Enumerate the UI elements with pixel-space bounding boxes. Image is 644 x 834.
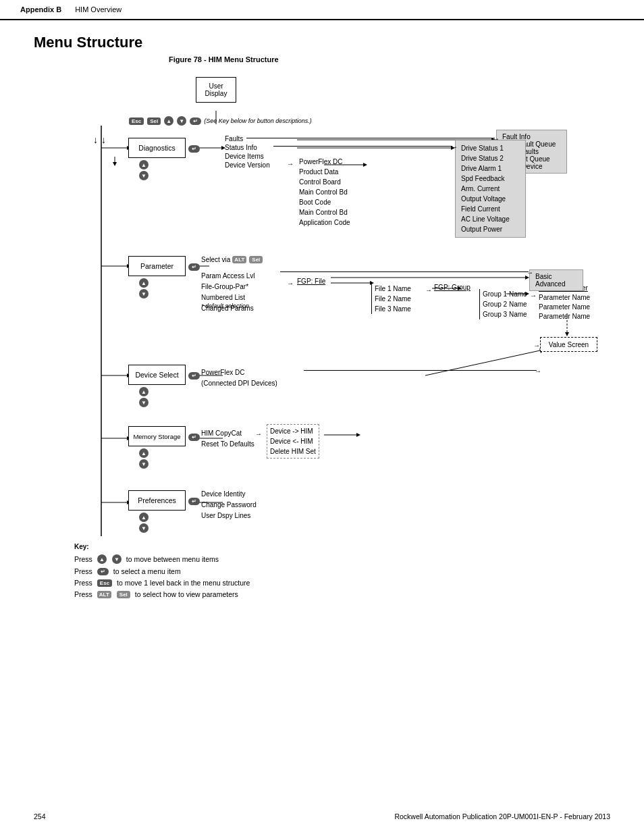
default-note: * default selection (201, 303, 249, 309)
powerflex-sub: PowerFlex DCProduct DataControl BoardMai… (299, 157, 350, 228)
fgp-file: FGP: File (297, 278, 325, 285)
faults-line (246, 138, 495, 138)
parameter-box: Parameter (128, 256, 186, 276)
key-press-2: Press (74, 567, 92, 575)
arrow-status: → (451, 143, 458, 151)
bracket-right: ↓ (101, 134, 106, 145)
diag-nav: ▲ ▼ (138, 160, 149, 180)
key-row-1: Press ▲ ▼ to move between menu items (74, 554, 250, 564)
page-header: Appendix B HIM Overview (0, 0, 644, 20)
key-row-3: Press Esc to move 1 level back in the me… (74, 579, 250, 587)
memstor-nav: ▲ ▼ (138, 448, 149, 469)
key-esc-btn[interactable]: Esc (97, 579, 112, 587)
key-text-2: to select a menu item (113, 567, 181, 575)
down-btn[interactable]: ▼ (177, 116, 186, 126)
key-press-1: Press (74, 555, 92, 563)
value-screen-box: Value Screen (540, 337, 597, 352)
select-via: Select via ALTSel (201, 256, 263, 263)
key-text-1: to move between menu items (126, 555, 219, 563)
bracket-left: ↓ (93, 134, 98, 145)
devsel-line (304, 370, 537, 371)
key-alt-btn[interactable]: ALT (97, 591, 111, 598)
arrow-himcat: → (255, 430, 262, 438)
key-title: Key: (74, 543, 250, 550)
arrow-basic: → (527, 269, 533, 276)
svg-marker-36 (356, 433, 360, 437)
faults-text: Faults (225, 135, 243, 142)
key-section: Key: Press ▲ ▼ to move between menu item… (74, 543, 250, 602)
arrow-fgp-param: → (530, 292, 537, 299)
diagnostics-box: Diagnostics (128, 138, 186, 158)
pref-nav: ▲ ▼ (138, 513, 149, 533)
arrow-fgp-group: → (425, 286, 432, 294)
svg-line-32 (425, 350, 540, 375)
page-number: 254 (34, 812, 46, 820)
esc-btn[interactable]: Esc (129, 118, 144, 125)
arrow-devsel: → (535, 367, 541, 375)
key-text-4: to select how to view parameters (135, 590, 238, 598)
appendix-label: Appendix B (20, 5, 61, 14)
up-btn[interactable]: ▲ (164, 116, 173, 126)
pref-sub: Device IdentityChange PasswordUser Dspy … (201, 489, 257, 521)
sel-btn[interactable]: Sel (147, 118, 161, 125)
arrow-value: → (533, 342, 540, 349)
key-sel-btn[interactable]: Sel (117, 591, 130, 598)
diagram: UserDisplay Esc Sel ▲ ▼ ↵ (See Key below… (34, 70, 614, 597)
content-area: Menu Structure Figure 78 - HIM Menu Stru… (0, 20, 644, 624)
key-press-4: Press (74, 590, 92, 598)
key-row-2: Press ↵ to select a menu item (74, 567, 250, 575)
page-footer: 254 Rockwell Automation Publication 20P-… (0, 812, 644, 820)
see-key-text: (See Key below for button descriptions.) (204, 118, 312, 124)
param-nav: ▲ ▼ (138, 278, 149, 298)
device-select-box: Device Select (128, 365, 186, 385)
param-enter: ↵ (188, 262, 200, 271)
memstor-sub: HIM CopyCatReset To Defaults (201, 428, 254, 450)
user-display-box: UserDisplay (196, 77, 236, 103)
arrow-fault: → (493, 135, 500, 142)
svg-marker-30 (565, 332, 569, 336)
memstor-enter: ↵ (188, 432, 200, 441)
status-line (273, 146, 452, 147)
status-info-text: Status Info (225, 144, 257, 151)
enter-btn[interactable]: ↵ (190, 118, 201, 125)
key-press-3: Press (74, 579, 92, 587)
arrow-fgp: → (287, 280, 294, 287)
svg-marker-19 (363, 163, 367, 167)
section-title: Menu Structure (34, 34, 610, 51)
param-access-line (280, 271, 529, 272)
key-enter-btn[interactable]: ↵ (97, 568, 109, 575)
arrow-device-ver: → (287, 160, 294, 167)
basic-advanced-box: BasicAdvanced (529, 269, 583, 291)
section-label: HIM Overview (75, 5, 122, 14)
devsel-nav: ▲ ▼ (138, 387, 149, 407)
key-row-4: Press ALT Sel to select how to view para… (74, 590, 250, 598)
diag-enter: ↵ (188, 144, 200, 153)
devsel-sub: PowerFlex DC(Connected DPI Devices) (201, 367, 277, 389)
file-names: File 1 NameFile 2 NameFile 3 Name (371, 284, 411, 314)
key-down-btn[interactable]: ▼ (112, 554, 122, 564)
device-items-text: Device Items (225, 153, 264, 160)
device-version-text: Device Version (225, 161, 270, 169)
pref-enter: ↵ (188, 496, 200, 505)
publication-info: Rockwell Automation Publication 20P-UM00… (394, 812, 610, 820)
svg-marker-39 (113, 162, 117, 166)
fgp-group: FGP: Group (434, 284, 471, 291)
key-up-btn[interactable]: ▲ (97, 554, 107, 564)
himcat-sub: Device -> HIMDevice <- HIMDelete HIM Set (267, 424, 319, 459)
figure-title: Figure 78 - HIM Menu Structure (34, 55, 610, 63)
drive-status-box: Drive Status 1Drive Status 2Drive Alarm … (455, 140, 526, 238)
memory-storage-box: Memory Storage (128, 426, 186, 446)
devsel-enter: ↵ (188, 371, 200, 380)
key-text-3: to move 1 level back in the menu structu… (117, 579, 250, 587)
group-names: Group 1 NameGroup 2 NameGroup 3 Name (479, 289, 527, 319)
preferences-box: Preferences (128, 490, 186, 511)
